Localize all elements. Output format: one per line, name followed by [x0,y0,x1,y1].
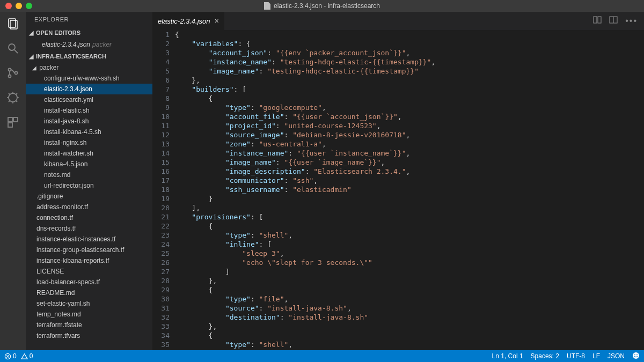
svg-rect-12 [598,17,601,23]
svg-rect-9 [13,117,18,122]
status-line-col[interactable]: Ln 1, Col 1 [492,352,523,360]
status-errors[interactable]: 0 [4,352,17,360]
feedback-icon[interactable] [632,352,640,361]
status-warnings[interactable]: 0 [21,352,33,360]
search-icon[interactable] [5,41,20,56]
file-item[interactable]: kibana-4.5.json [26,159,152,169]
code-content[interactable]: { "variables": { "account_json": "{{env … [175,30,644,350]
svg-point-20 [636,354,638,355]
file-item[interactable]: dns-records.tf [26,223,152,234]
file-item[interactable]: README.md [26,287,152,298]
file-item[interactable]: address-monitor.tf [26,202,152,212]
debug-icon[interactable] [5,90,20,105]
file-item[interactable]: configure-ufw-www-ssh.sh [26,73,152,84]
file-item[interactable]: load-balancer-specs.tf [26,277,152,287]
status-eol[interactable]: LF [592,352,600,360]
svg-point-5 [9,75,11,78]
code-editor[interactable]: 1234567891011121314151617181920212223242… [152,30,644,350]
window-titlebar: elastic-2.3.4.json - infra-elasticsearch [0,0,644,12]
status-bar: 0 0 Ln 1, Col 1 Spaces: 2 UTF-8 LF JSON [0,350,644,362]
file-item[interactable]: LICENSE [26,266,152,277]
line-gutter: 1234567891011121314151617181920212223242… [152,30,175,350]
project-header[interactable]: ◢ INFRA-ELASTICSEARCH [26,50,152,62]
file-item[interactable]: terraform.tfstate [26,320,152,330]
status-encoding[interactable]: UTF-8 [567,352,585,360]
file-item[interactable]: install-java-8.sh [26,116,152,127]
svg-rect-8 [8,117,12,122]
file-item[interactable]: elastic-2.3.4.json [26,84,152,94]
tab-bar: elastic-2.3.4.json × ••• [152,12,644,30]
sidebar-title: EXPLORER [26,12,152,27]
file-item[interactable]: install-watcher.sh [26,148,152,159]
file-item[interactable]: set-elastic-yaml.sh [26,298,152,309]
status-language[interactable]: JSON [608,352,625,360]
file-item[interactable]: connection.tf [26,212,152,223]
compare-icon[interactable] [593,16,602,26]
open-editors-header[interactable]: ◢ OPEN EDITORS [26,27,152,39]
open-editor-item[interactable]: elastic-2.3.4.json packer [26,39,152,50]
file-item[interactable]: install-nginx.sh [26,137,152,148]
file-item[interactable]: notes.md [26,169,152,180]
file-item[interactable]: install-kibana-4.5.sh [26,127,152,137]
svg-rect-10 [8,123,12,127]
svg-point-2 [9,44,15,50]
source-control-icon[interactable] [5,65,20,80]
explorer-icon[interactable] [5,16,20,31]
document-icon [264,2,270,10]
file-item[interactable]: install-elastic.sh [26,105,152,116]
status-spaces[interactable]: Spaces: 2 [531,352,559,360]
svg-point-4 [9,69,11,71]
activity-bar [0,12,26,350]
svg-point-6 [15,72,18,75]
sidebar: EXPLORER ◢ OPEN EDITORS elastic-2.3.4.js… [26,12,152,350]
svg-rect-11 [594,17,597,23]
file-item[interactable]: instance-elastic-instances.tf [26,234,152,245]
file-tree: ◢ packer configure-ufw-www-ssh.shelastic… [26,62,152,350]
window-title: elastic-2.3.4.json - infra-elasticsearch [274,2,380,10]
svg-point-18 [633,352,639,359]
file-item[interactable]: instance-group-elasticsearch.tf [26,245,152,255]
file-item[interactable]: temp_notes.md [26,309,152,320]
split-editor-icon[interactable] [609,16,618,26]
folder-packer[interactable]: ◢ packer [26,62,152,73]
extensions-icon[interactable] [5,115,20,130]
close-tab-icon[interactable]: × [215,17,219,25]
editor-area: elastic-2.3.4.json × ••• 123456789101112… [152,12,644,350]
file-item[interactable]: url-redirector.json [26,180,152,191]
more-actions-icon[interactable]: ••• [625,16,638,26]
file-item[interactable]: terraform.tfvars [26,330,152,341]
file-item[interactable]: .gitignore [26,191,152,202]
file-item[interactable]: elasticsearch.yml [26,94,152,105]
file-item[interactable]: instance-kibana-reports.tf [26,255,152,266]
svg-line-3 [14,50,18,53]
svg-point-19 [634,354,635,355]
tab-elastic-json[interactable]: elastic-2.3.4.json × [152,12,225,30]
